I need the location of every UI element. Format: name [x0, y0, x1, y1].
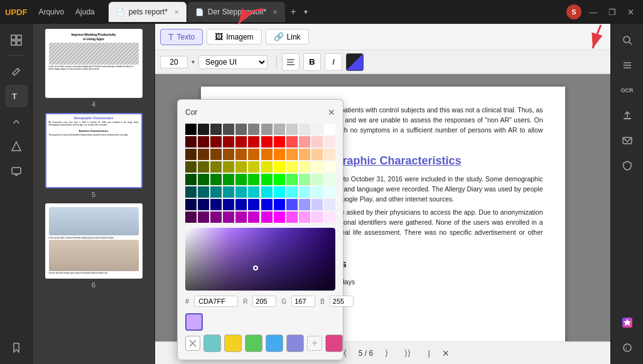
- menu-arquivo[interactable]: Arquivo: [33, 6, 69, 18]
- color-cell[interactable]: [223, 161, 234, 173]
- color-cell[interactable]: [210, 199, 222, 210]
- color-cell[interactable]: [324, 211, 335, 223]
- font-size-dropdown-icon[interactable]: ▾: [192, 58, 195, 65]
- color-cell[interactable]: [274, 211, 285, 223]
- color-cell[interactable]: [286, 211, 298, 223]
- color-cell[interactable]: [311, 161, 323, 173]
- color-cell[interactable]: [210, 161, 222, 173]
- color-cell[interactable]: [311, 186, 323, 198]
- color-cell[interactable]: [311, 124, 323, 135]
- color-cell[interactable]: [274, 149, 285, 160]
- color-cell[interactable]: [261, 199, 273, 210]
- tab-close-pets[interactable]: ✕: [174, 9, 179, 16]
- color-cell[interactable]: [311, 211, 323, 223]
- add-swatch-button[interactable]: +: [307, 336, 322, 351]
- color-cell[interactable]: [261, 149, 273, 160]
- tab-pets-report[interactable]: 📄 pets report* ✕: [109, 2, 186, 22]
- color-cell[interactable]: [311, 149, 323, 160]
- color-cell[interactable]: [311, 136, 323, 147]
- eraser-swatch[interactable]: [185, 336, 200, 351]
- color-cell[interactable]: [248, 136, 259, 147]
- color-cell[interactable]: [198, 124, 209, 135]
- right-icon-star[interactable]: [616, 311, 639, 334]
- color-cell[interactable]: [299, 124, 310, 135]
- color-cell[interactable]: [274, 124, 285, 135]
- color-cell[interactable]: [324, 124, 335, 135]
- color-cell[interactable]: [261, 161, 273, 173]
- color-cell[interactable]: [299, 136, 310, 147]
- color-cell[interactable]: [210, 186, 222, 198]
- color-cell[interactable]: [235, 136, 247, 147]
- color-cell[interactable]: [198, 211, 209, 223]
- text-tool-button[interactable]: T Texto: [160, 29, 203, 45]
- sidebar-icon-edit[interactable]: [5, 60, 28, 82]
- maximize-button[interactable]: ❐: [605, 8, 620, 17]
- color-cell[interactable]: [198, 161, 209, 173]
- b-input[interactable]: [330, 296, 354, 307]
- nav-line-button[interactable]: |: [421, 345, 437, 361]
- font-size-input[interactable]: [160, 56, 188, 68]
- color-cell[interactable]: [223, 124, 234, 135]
- color-cell[interactable]: [248, 186, 259, 198]
- color-cell[interactable]: [274, 186, 285, 198]
- right-icon-upload[interactable]: [616, 104, 639, 127]
- color-cell[interactable]: [274, 161, 285, 173]
- color-cell[interactable]: [198, 149, 209, 160]
- color-gradient-area[interactable]: [185, 228, 335, 291]
- color-cell[interactable]: [210, 174, 222, 185]
- color-cell[interactable]: [185, 161, 197, 173]
- color-cell[interactable]: [185, 124, 197, 135]
- color-cell[interactable]: [223, 199, 234, 210]
- color-cell[interactable]: [248, 161, 259, 173]
- color-cell[interactable]: [248, 149, 259, 160]
- image-tool-button[interactable]: 🖼 Imagem: [207, 29, 261, 45]
- color-cell[interactable]: [286, 136, 298, 147]
- italic-button[interactable]: I: [325, 53, 342, 71]
- color-cell[interactable]: [274, 174, 285, 185]
- color-cell[interactable]: [185, 149, 197, 160]
- hex-input[interactable]: [194, 296, 238, 307]
- swatch-green[interactable]: [245, 335, 262, 352]
- align-button[interactable]: [282, 53, 300, 71]
- swatch-purple[interactable]: [286, 335, 304, 352]
- color-panel-close-button[interactable]: ✕: [328, 107, 335, 117]
- right-icon-search[interactable]: [616, 29, 639, 51]
- selected-swatch[interactable]: [185, 313, 203, 331]
- color-cell[interactable]: [299, 161, 310, 173]
- color-cell[interactable]: [261, 174, 273, 185]
- color-cell[interactable]: [299, 186, 310, 198]
- color-cell[interactable]: [223, 186, 234, 198]
- color-cell[interactable]: [324, 136, 335, 147]
- color-cell[interactable]: [235, 161, 247, 173]
- color-cell[interactable]: [210, 124, 222, 135]
- color-cell[interactable]: [185, 211, 197, 223]
- color-cell[interactable]: [223, 136, 234, 147]
- color-cell[interactable]: [198, 199, 209, 210]
- thumbnail-5[interactable]: Demographic Characteristics All consecut…: [38, 113, 149, 198]
- color-cell[interactable]: [223, 149, 234, 160]
- sidebar-icon-thumbnails[interactable]: [5, 29, 28, 51]
- tab-close-steppenwolf[interactable]: ✕: [273, 9, 278, 16]
- color-cell[interactable]: [185, 199, 197, 210]
- color-cell[interactable]: [185, 174, 197, 185]
- color-cell[interactable]: [198, 174, 209, 185]
- color-cell[interactable]: [235, 211, 247, 223]
- color-cell[interactable]: [248, 199, 259, 210]
- right-icon-bottom[interactable]: i: [616, 336, 639, 359]
- nav-last-button[interactable]: ⟩⟩: [399, 345, 416, 361]
- sidebar-icon-comments[interactable]: [5, 160, 28, 183]
- color-cell[interactable]: [185, 136, 197, 147]
- color-cell[interactable]: [235, 174, 247, 185]
- right-icon-list[interactable]: [616, 54, 639, 77]
- sidebar-icon-bookmark[interactable]: [5, 336, 28, 359]
- font-family-select[interactable]: Segoe UI: [198, 55, 267, 69]
- color-cell[interactable]: [248, 211, 259, 223]
- sidebar-icon-draw[interactable]: [5, 110, 28, 132]
- color-cell[interactable]: [311, 199, 323, 210]
- color-cell[interactable]: [299, 174, 310, 185]
- color-cell[interactable]: [324, 149, 335, 160]
- color-cell[interactable]: [210, 136, 222, 147]
- color-picker-button[interactable]: [346, 53, 364, 71]
- nav-next-button[interactable]: ⟩: [378, 345, 394, 361]
- color-cell[interactable]: [210, 211, 222, 223]
